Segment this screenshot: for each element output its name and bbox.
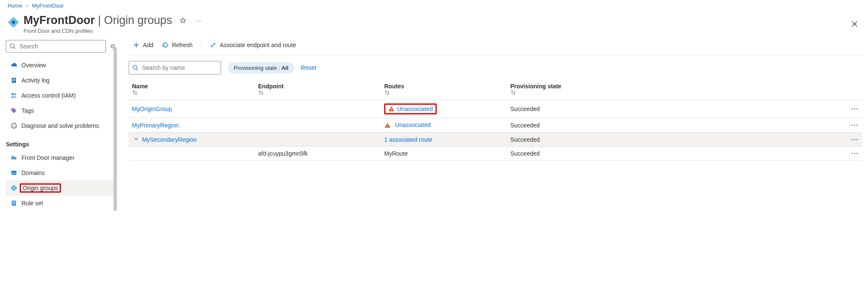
state-cell: Succeeded xyxy=(507,147,842,161)
sidebar-item-label: Domains xyxy=(21,170,45,176)
refresh-icon xyxy=(162,42,169,48)
sidebar-heading-settings: Settings xyxy=(6,141,116,148)
col-name[interactable]: Name xyxy=(129,79,255,100)
sidebar-item-label: Origin groups xyxy=(20,183,61,193)
state-cell: Succeeded xyxy=(507,100,842,118)
sort-icon xyxy=(132,90,251,95)
sort-icon xyxy=(384,90,504,95)
sidebar-item-domains[interactable]: Domains xyxy=(6,165,116,180)
routes-cell-highlight: Unassociated xyxy=(384,103,437,114)
sidebar-item-label: Activity log xyxy=(21,77,50,84)
sidebar-item-label: Front Door manager xyxy=(21,154,74,161)
sidebar-item-overview[interactable]: Overview xyxy=(6,58,116,73)
breadcrumb-home[interactable]: Home xyxy=(8,3,22,9)
cmd-label: Refresh xyxy=(172,42,193,48)
origin-groups-table: Name Endpoint Routes Provisioning state … xyxy=(129,79,862,161)
routes-link[interactable]: Unassociated xyxy=(395,122,431,128)
row-menu-button[interactable]: ··· xyxy=(851,122,859,129)
routes-cell: MyRoute xyxy=(381,147,507,161)
sidebar-item-fd-manager[interactable]: Front Door manager xyxy=(6,150,116,165)
endpoint-cell xyxy=(255,118,381,132)
sidebar-item-label: Access control (IAM) xyxy=(21,92,76,99)
reset-filters-link[interactable]: Reset xyxy=(301,64,317,71)
breadcrumb-resource[interactable]: MyFrontDoor xyxy=(32,3,64,9)
col-endpoint[interactable]: Endpoint xyxy=(255,79,381,100)
people-icon xyxy=(9,92,19,99)
expand-toggle[interactable] xyxy=(132,136,140,142)
associate-icon xyxy=(210,42,216,48)
favorite-button[interactable] xyxy=(177,15,188,26)
sidebar-item-label: Overview xyxy=(21,62,46,69)
sort-icon xyxy=(510,90,839,95)
more-commands[interactable]: ··· xyxy=(193,15,204,26)
sidebar: Overview Activity log Access control (IA… xyxy=(0,35,116,211)
state-cell: Succeeded xyxy=(507,132,842,147)
col-routes[interactable]: Routes xyxy=(381,79,507,100)
sidebar-item-activity-log[interactable]: Activity log xyxy=(6,73,116,88)
routes-link[interactable]: 1 associated route xyxy=(384,136,432,143)
sidebar-search[interactable] xyxy=(6,40,106,53)
sidebar-item-tags[interactable]: Tags xyxy=(6,103,116,118)
table-row[interactable]: MyPrimaryRegion Unassociated Succeeded ·… xyxy=(129,118,862,132)
wrench-icon xyxy=(9,122,19,129)
resource-type-label: Front Door and CDN profiles xyxy=(24,28,204,34)
domains-icon xyxy=(9,170,19,176)
filter-bar: Provisioning state : All Reset xyxy=(129,55,862,79)
pill-label: Provisioning state : xyxy=(234,65,281,71)
cloud-icon xyxy=(9,62,19,69)
sidebar-item-label: Tags xyxy=(21,107,34,114)
add-button[interactable]: Add xyxy=(129,38,158,52)
ruleset-icon xyxy=(9,200,19,207)
refresh-button[interactable]: Refresh xyxy=(158,38,197,52)
sidebar-item-iam[interactable]: Access control (IAM) xyxy=(6,88,116,103)
sidebar-search-input[interactable] xyxy=(18,42,102,50)
content-area: Add Refresh Associate endpoint and route… xyxy=(116,35,868,161)
grid-search[interactable] xyxy=(129,61,221,74)
table-row[interactable]: MyOriginGroup Unassociated Succeeded ··· xyxy=(129,100,862,118)
blade-header: MyFrontDoor | Origin groups ··· Front Do… xyxy=(0,11,868,35)
grid-search-input[interactable] xyxy=(141,64,217,72)
sidebar-item-rule-set[interactable]: Rule set xyxy=(6,196,116,211)
col-state[interactable]: Provisioning state xyxy=(507,79,842,100)
endpoint-cell xyxy=(255,100,381,118)
search-icon xyxy=(10,43,16,50)
origin-group-link[interactable]: MySecondaryRegion xyxy=(142,136,197,143)
frontdoor-icon xyxy=(8,16,19,28)
origin-group-link[interactable]: MyPrimaryRegion xyxy=(132,122,179,129)
row-menu-button[interactable]: ··· xyxy=(851,136,859,143)
cmd-label: Add xyxy=(143,42,153,48)
page-title: MyFrontDoor | Origin groups xyxy=(24,14,172,27)
routes-link[interactable]: Unassociated xyxy=(397,106,433,112)
close-blade-button[interactable] xyxy=(849,18,860,30)
state-cell: Succeeded xyxy=(507,118,842,132)
associate-button[interactable]: Associate endpoint and route xyxy=(206,38,300,52)
sidebar-item-label: Diagnose and solve problems xyxy=(21,122,99,129)
tag-icon xyxy=(9,107,19,114)
endpoint-cell: afd-jcuypu3gmn5fk xyxy=(255,147,381,161)
log-icon xyxy=(9,77,19,84)
warning-icon xyxy=(388,106,395,112)
sidebar-item-diagnose[interactable]: Diagnose and solve problems xyxy=(6,118,116,133)
sidebar-item-label: Rule set xyxy=(21,200,43,207)
sort-icon xyxy=(258,90,377,95)
origin-groups-icon xyxy=(9,185,19,191)
manager-icon xyxy=(9,154,19,161)
row-menu-button[interactable]: ··· xyxy=(851,106,859,112)
breadcrumb-sep: › xyxy=(26,3,28,9)
pill-value: All xyxy=(281,65,288,71)
table-row[interactable]: MySecondaryRegion 1 associated route Suc… xyxy=(129,132,862,147)
endpoint-cell xyxy=(255,132,381,147)
plus-icon xyxy=(133,42,140,48)
table-child-row[interactable]: afd-jcuypu3gmn5fk MyRoute Succeeded ··· xyxy=(129,147,862,161)
warning-icon xyxy=(384,122,391,129)
filter-pill-provisioning[interactable]: Provisioning state : All xyxy=(228,62,294,74)
search-icon xyxy=(132,65,139,71)
sidebar-item-origin-groups[interactable]: Origin groups xyxy=(6,180,116,196)
breadcrumb: Home › MyFrontDoor xyxy=(0,0,868,11)
cmd-label: Associate endpoint and route xyxy=(220,42,296,48)
command-separator xyxy=(201,41,201,49)
row-menu-button[interactable]: ··· xyxy=(851,150,859,157)
command-bar: Add Refresh Associate endpoint and route xyxy=(129,35,862,55)
origin-group-link[interactable]: MyOriginGroup xyxy=(132,106,172,112)
